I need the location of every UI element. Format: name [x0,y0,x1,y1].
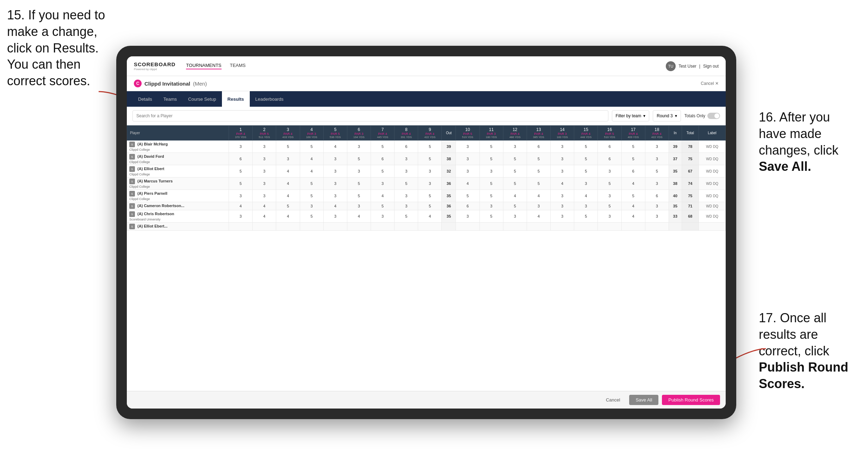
score-hole-16[interactable]: 3 [598,190,621,202]
score-hole-18[interactable]: 3 [645,178,669,190]
score-hole-15[interactable]: 4 [574,190,598,202]
score-hole-12[interactable]: 5 [503,202,527,210]
score-hole-3[interactable]: 4 [276,190,300,202]
score-hole-4[interactable]: 5 [300,141,323,153]
score-hole-1[interactable]: 6 [229,153,253,165]
dq-label[interactable]: DQ [713,194,718,198]
score-hole-5[interactable]: 3 [323,210,347,223]
score-hole-7[interactable]: 5 [371,141,395,153]
score-table-container[interactable]: Player 1 PAR 4 370 YDS 2 PAR 5 511 YDS [127,125,726,391]
score-hole-9[interactable]: 5 [418,190,442,202]
score-hole-13[interactable]: 5 [527,153,550,165]
score-hole-9[interactable]: 3 [418,165,442,178]
score-hole-8[interactable]: 3 [395,190,418,202]
score-hole-7[interactable]: 4 [371,190,395,202]
score-hole-3[interactable]: 4 [276,210,300,223]
score-hole-10[interactable] [456,223,479,231]
score-hole-10[interactable]: 5 [456,190,479,202]
dq-label[interactable]: DQ [713,157,718,161]
score-hole-8[interactable]: 3 [395,202,418,210]
score-hole-6[interactable]: 3 [347,165,371,178]
score-hole-11[interactable]: 5 [479,153,503,165]
score-hole-14[interactable]: 3 [551,210,574,223]
round-dropdown[interactable]: Round 3 ▾ [653,110,681,122]
wd-label[interactable]: WD [706,169,712,173]
score-hole-18[interactable]: 5 [645,165,669,178]
score-hole-13[interactable]: 4 [527,190,550,202]
score-hole-18[interactable]: 6 [645,190,669,202]
score-hole-1[interactable]: 3 [229,141,253,153]
score-hole-6[interactable]: 5 [347,178,371,190]
score-hole-16[interactable]: 3 [598,165,621,178]
score-hole-10[interactable]: 4 [456,178,479,190]
score-hole-11[interactable]: 5 [479,141,503,153]
score-hole-13[interactable]: 3 [527,202,550,210]
score-hole-1[interactable] [229,223,253,231]
score-hole-11[interactable]: 5 [479,210,503,223]
score-hole-7[interactable] [371,223,395,231]
score-hole-6[interactable]: 5 [347,153,371,165]
score-hole-4[interactable]: 4 [300,153,323,165]
score-hole-1[interactable]: 3 [229,190,253,202]
score-hole-3[interactable] [276,223,300,231]
score-hole-2[interactable]: 3 [253,153,276,165]
score-hole-14[interactable]: 4 [551,178,574,190]
score-hole-18[interactable]: 3 [645,202,669,210]
score-hole-2[interactable] [253,223,276,231]
score-hole-8[interactable]: 3 [395,153,418,165]
score-hole-9[interactable]: 5 [418,202,442,210]
score-hole-14[interactable]: 3 [551,190,574,202]
score-hole-5[interactable]: 3 [323,165,347,178]
score-hole-11[interactable]: 5 [479,178,503,190]
score-hole-4[interactable]: 5 [300,190,323,202]
score-hole-2[interactable]: 4 [253,202,276,210]
score-hole-3[interactable]: 5 [276,141,300,153]
tab-teams[interactable]: Teams [158,91,182,107]
score-hole-7[interactable]: 5 [371,202,395,210]
score-hole-4[interactable]: 3 [300,202,323,210]
score-hole-15[interactable]: 5 [574,141,598,153]
score-hole-17[interactable]: 4 [621,210,645,223]
score-hole-12[interactable] [503,223,527,231]
publish-round-scores-button[interactable]: Publish Round Scores [662,395,720,405]
score-hole-1[interactable]: 5 [229,178,253,190]
score-hole-10[interactable]: 3 [456,141,479,153]
score-hole-6[interactable]: 3 [347,141,371,153]
dq-label[interactable]: DQ [713,214,718,218]
wd-label[interactable]: WD [706,157,712,161]
score-hole-13[interactable]: 6 [527,141,550,153]
score-hole-5[interactable]: 3 [323,153,347,165]
score-hole-17[interactable]: 5 [621,141,645,153]
score-hole-7[interactable]: 3 [371,178,395,190]
score-hole-12[interactable]: 5 [503,165,527,178]
tab-course-setup[interactable]: Course Setup [182,91,222,107]
score-hole-6[interactable] [347,223,371,231]
score-hole-17[interactable] [621,223,645,231]
score-hole-4[interactable] [300,223,323,231]
score-hole-2[interactable]: 3 [253,165,276,178]
score-hole-14[interactable]: 3 [551,153,574,165]
score-hole-11[interactable]: 3 [479,202,503,210]
score-hole-12[interactable]: 5 [503,153,527,165]
score-hole-17[interactable]: 4 [621,202,645,210]
score-hole-14[interactable] [551,223,574,231]
score-hole-8[interactable]: 5 [395,178,418,190]
score-hole-9[interactable]: 5 [418,141,442,153]
score-hole-12[interactable]: 3 [503,210,527,223]
score-hole-2[interactable]: 3 [253,190,276,202]
score-hole-11[interactable] [479,223,503,231]
signout-link[interactable]: Sign out [703,64,719,69]
wd-label[interactable]: WD [706,214,712,218]
score-hole-16[interactable]: 6 [598,153,621,165]
score-hole-3[interactable]: 4 [276,165,300,178]
score-hole-1[interactable]: 3 [229,210,253,223]
score-hole-15[interactable]: 5 [574,153,598,165]
score-hole-9[interactable] [418,223,442,231]
score-hole-3[interactable]: 3 [276,153,300,165]
score-hole-13[interactable]: 5 [527,165,550,178]
score-hole-16[interactable] [598,223,621,231]
tab-leaderboards[interactable]: Leaderboards [250,91,289,107]
score-hole-15[interactable]: 3 [574,178,598,190]
score-hole-8[interactable] [395,223,418,231]
score-hole-7[interactable]: 5 [371,165,395,178]
